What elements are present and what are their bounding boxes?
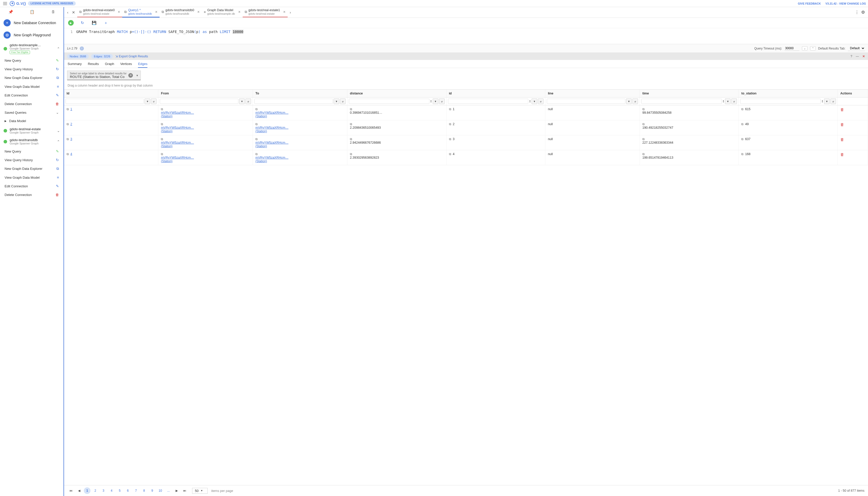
column-header-distance[interactable]: distance [347, 90, 447, 97]
copy-icon[interactable]: ⧉ [66, 122, 69, 126]
to-link[interactable]: mVRyYW5zaXRHcm… [255, 111, 288, 114]
minimize-icon[interactable]: — [856, 55, 859, 58]
connection-action-trash[interactable]: Delete Connection🗑 [0, 190, 63, 199]
data-model-toggle[interactable]: ▶Data Model [0, 117, 63, 125]
give-feedback-link[interactable]: GIVE FEEDBACK [798, 2, 821, 5]
from-link[interactable]: mVRyYW5zaXRHcm… [161, 156, 194, 159]
saved-queries-toggle[interactable]: Saved Queries⌄ [0, 108, 63, 117]
copy-icon[interactable]: ⧉ [741, 152, 744, 156]
result-tab-results[interactable]: Results [88, 62, 99, 68]
column-header-to_station[interactable]: to_station [739, 90, 838, 97]
sort-icon[interactable]: ▲▼ [430, 100, 432, 103]
close-tab-icon[interactable]: ✕ [283, 10, 286, 14]
save-button[interactable]: 💾 [91, 20, 97, 26]
result-tab-edges[interactable]: Edges [138, 62, 147, 68]
connection-action-edit[interactable]: Edit Connection✎ [0, 91, 63, 99]
filter-input-id[interactable] [65, 99, 144, 104]
tab-prev-button[interactable]: ‹ [65, 9, 70, 15]
dropdown-icon[interactable]: ▼ [136, 74, 138, 77]
pager-first-button[interactable]: ⏮ [68, 487, 74, 494]
clear-filter-icon[interactable]: ⌀ [340, 98, 346, 104]
result-tab-graph[interactable]: Graph [105, 62, 114, 68]
connection-action-history[interactable]: View Query History↻ [0, 65, 63, 73]
pager-page-button[interactable]: 9 [149, 487, 155, 494]
copy-icon[interactable]: ⧉ [255, 152, 258, 156]
column-header-id[interactable]: Id [64, 90, 158, 97]
clear-filter-icon[interactable]: ⌀ [731, 98, 737, 104]
editor-tab[interactable]: ⧉ gdotv-test/transitdb0gdotv-test/transi… [160, 7, 202, 17]
copy-icon[interactable]: ⧉ [66, 137, 69, 141]
pager-page-button[interactable]: 3 [100, 487, 107, 494]
filter-icon[interactable]: ▼ [334, 98, 339, 104]
filter-input-to_station[interactable] [740, 99, 821, 104]
pager-page-button[interactable]: 1 [84, 487, 90, 494]
editor-tab[interactable]: ⧉ gdotv-test/real-estate0gdotv-test/real… [77, 7, 122, 17]
sort-icon[interactable]: ▲▼ [529, 100, 531, 103]
calendar-icon[interactable]: 🗓 [51, 10, 55, 14]
from-type[interactable]: (Station) [161, 114, 172, 118]
connection-action-trash[interactable]: Delete Connection🗑 [0, 99, 63, 108]
close-tab-icon[interactable]: ✕ [197, 10, 200, 14]
to-link[interactable]: mVRyYW5zaXRHcm… [255, 156, 288, 159]
pager-page-button[interactable]: 2 [92, 487, 99, 494]
connection-action-wand[interactable]: New Query✎ [0, 147, 63, 156]
tab-next-button[interactable]: › [288, 9, 293, 15]
copy-icon[interactable]: ⧉ [350, 122, 352, 126]
timeout-input[interactable] [785, 46, 799, 51]
editor-tab[interactable]: ⧉ Query1 *gdotv-test/transitdb ✕ [122, 7, 160, 17]
copy-icon[interactable]: ⧉ [350, 152, 352, 156]
delete-row-icon[interactable]: 🗑 [840, 152, 844, 157]
copy-icon[interactable]: ⧉ [161, 122, 163, 126]
query-editor[interactable]: 1 GRAPH TransitGraph MATCH p=()-[]-() RE… [64, 28, 868, 44]
pager-prev-button[interactable]: ◀ [76, 487, 82, 494]
column-header-from[interactable]: From [158, 90, 253, 97]
pager-next-button[interactable]: ▶ [173, 487, 180, 494]
to-type[interactable]: (Station) [255, 159, 267, 163]
copy-icon[interactable]: ⧉ [66, 107, 69, 111]
from-link[interactable]: mVRyYW5zaXRHcm… [161, 111, 194, 114]
copy-icon[interactable]: ⧉ [449, 152, 451, 156]
filter-input-time[interactable] [641, 99, 722, 104]
copy-icon[interactable]: ⧉ [642, 107, 645, 111]
add-button[interactable]: ＋ [103, 20, 109, 26]
filter-icon[interactable]: ▼ [824, 98, 829, 104]
to-type[interactable]: (Station) [255, 129, 267, 133]
new-graph-playground-button[interactable]: ⚙ New Graph Playground [0, 29, 63, 41]
connection-action-db[interactable]: View Graph Data Model≡ [0, 82, 63, 91]
connection-header[interactable]: gdotv-test/transitdb Google Spanner Grap… [0, 136, 63, 147]
pager-page-button[interactable]: 4 [108, 487, 115, 494]
new-db-connection-button[interactable]: + New Database Connection [0, 17, 63, 29]
sort-icon[interactable]: ▲▼ [723, 100, 724, 103]
copy-icon[interactable]: ⧉ [741, 107, 744, 111]
copy-icon[interactable]: ⧉ [642, 152, 645, 156]
copy-icon[interactable]: ⧉ [161, 137, 163, 141]
help-icon[interactable]: ? [851, 55, 852, 58]
to-type[interactable]: (Station) [255, 114, 267, 118]
pager-page-button[interactable]: 5 [116, 487, 123, 494]
from-type[interactable]: (Station) [161, 129, 172, 133]
row-id-link[interactable]: 4 [70, 152, 72, 156]
clear-filter-icon[interactable]: ⌀ [830, 98, 836, 104]
copy-icon[interactable]: ⧉ [350, 137, 352, 141]
column-header-time[interactable]: time [640, 90, 739, 97]
pager-last-button[interactable]: ⏭ [181, 487, 188, 494]
copy-icon[interactable]: ⧉ [255, 107, 258, 111]
filter-input-from[interactable] [160, 99, 238, 104]
timeout-up-button[interactable]: ⌃ [810, 46, 815, 50]
run-query-button[interactable]: ▶ [68, 20, 74, 26]
settings-icon[interactable]: ⚙ [861, 10, 865, 15]
pager-page-button[interactable]: 6 [124, 487, 131, 494]
copy-icon[interactable]: ⧉ [161, 107, 163, 111]
result-tab-vertices[interactable]: Vertices [120, 62, 132, 68]
clipboard-icon[interactable]: 📋 [30, 10, 34, 14]
pager-page-button[interactable]: 7 [133, 487, 139, 494]
filter-icon[interactable]: ▼ [532, 98, 537, 104]
version-changelog-link[interactable]: V3.21.42 - VIEW CHANGE LOG [825, 2, 866, 5]
history-button[interactable]: ↻ [79, 20, 85, 26]
filter-icon[interactable]: ▼ [239, 98, 245, 104]
editor-tab[interactable]: ≡ Graph Data Modelgdotv-test/example-db … [202, 7, 242, 17]
from-type[interactable]: (Station) [161, 159, 172, 163]
to-link[interactable]: mVRyYW5zaXRHcm… [255, 141, 288, 144]
column-header-actions[interactable]: Actions [838, 90, 868, 97]
clear-filter-icon[interactable]: ⌀ [439, 98, 445, 104]
